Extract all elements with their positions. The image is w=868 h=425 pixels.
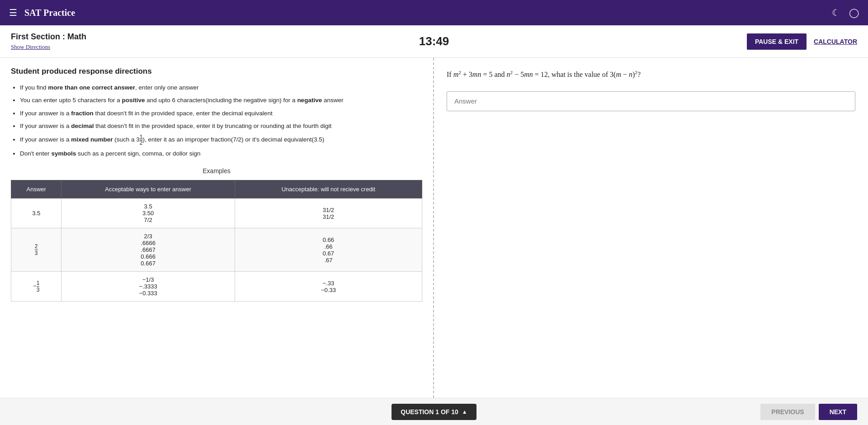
previous-button[interactable]: PREVIOUS: [760, 404, 815, 420]
answer-input-wrapper[interactable]: [447, 91, 855, 111]
table-header-unacceptable: Unacceptable: will not recieve credit: [235, 180, 422, 198]
table-row-3: − 1 3 −1/3−.3333−0.333 −.33−0.33: [11, 272, 422, 302]
direction-item-5: If your answer is a mixed number (such a…: [20, 134, 422, 146]
bold-decimal: decimal: [71, 123, 94, 129]
examples-table: Answer Acceptable ways to enter answer U…: [11, 180, 422, 302]
bold-positive: positive: [122, 97, 145, 104]
question-counter-label: QUESTION 1 OF 10: [401, 408, 458, 416]
menu-icon[interactable]: ☰: [9, 7, 17, 18]
header-right: PAUSE & EXIT CALCULATOR: [575, 33, 857, 50]
answer-cell-1: 3.5: [11, 198, 61, 228]
answer-cell-3: − 1 3: [11, 272, 61, 302]
bold-fraction: fraction: [71, 110, 94, 117]
table-row-1: 3.5 3.53.507/2 31/231/2: [11, 198, 422, 228]
unacceptable-cell-1: 31/231/2: [235, 198, 422, 228]
acceptable-cell-2: 2/3.6666.66670.6660.667: [61, 228, 235, 272]
bold-text: more than one correct answer: [48, 84, 135, 91]
answer-input[interactable]: [454, 97, 848, 105]
table-row-2: 2 3 2/3.6666.66670.6660.667 0.66.660.67.…: [11, 228, 422, 272]
app-title: SAT Practice: [24, 8, 832, 18]
directions-title: Student produced response directions: [11, 67, 422, 76]
unacceptable-cell-3: −.33−0.33: [235, 272, 422, 302]
acceptable-cell-1: 3.53.507/2: [61, 198, 235, 228]
main-content: Student produced response directions If …: [0, 58, 868, 398]
right-panel: If m2 + 3mn = 5 and n2 − 5mn = 12, what …: [434, 58, 868, 398]
examples-label: Examples: [11, 167, 422, 175]
table-header-acceptable: Acceptable ways to enter answer: [61, 180, 235, 198]
bold-mixed: mixed number: [71, 136, 113, 143]
question-text: If m2 + 3mn = 5 and n2 − 5mn = 12, what …: [447, 69, 855, 80]
unacceptable-cell-2: 0.66.660.67.67: [235, 228, 422, 272]
nav-buttons: PREVIOUS NEXT: [760, 404, 857, 420]
header-center: 13:49: [293, 34, 575, 48]
directions-list: If you find more than one correct answer…: [11, 83, 422, 158]
next-button[interactable]: NEXT: [819, 404, 857, 420]
direction-item-2: You can enter upto 5 characters for a po…: [20, 96, 422, 105]
section-title: First Section : Math: [11, 32, 293, 42]
answer-cell-2: 2 3: [11, 228, 61, 272]
calculator-button[interactable]: CALCULATOR: [814, 38, 857, 45]
direction-item-1: If you find more than one correct answer…: [20, 83, 422, 92]
direction-item-3: If your answer is a fraction that doesn'…: [20, 109, 422, 118]
show-directions-link[interactable]: Show Directions: [11, 43, 293, 51]
left-panel: Student produced response directions If …: [0, 58, 434, 398]
bold-negative: negative: [297, 97, 322, 104]
timer-display: 13:49: [293, 34, 575, 48]
user-profile-button[interactable]: ◯: [849, 7, 859, 18]
pause-exit-button[interactable]: PAUSE & EXIT: [747, 33, 807, 50]
table-header-answer: Answer: [11, 180, 61, 198]
acceptable-cell-3: −1/3−.3333−0.333: [61, 272, 235, 302]
header-row: First Section : Math Show Directions 13:…: [0, 25, 868, 58]
navbar: ☰ SAT Practice ☾ ◯: [0, 0, 868, 25]
direction-item-4: If your answer is a decimal that doesn't…: [20, 122, 422, 131]
chevron-up-icon: ▲: [462, 409, 467, 415]
bottom-bar: QUESTION 1 OF 10 ▲ PREVIOUS NEXT: [0, 398, 868, 425]
navbar-icons: ☾ ◯: [832, 7, 859, 18]
dark-mode-toggle[interactable]: ☾: [832, 7, 840, 18]
bold-symbols: symbols: [51, 150, 76, 157]
question-counter-button[interactable]: QUESTION 1 OF 10 ▲: [392, 404, 476, 420]
direction-item-6: Don't enter symbols such as a percent si…: [20, 149, 422, 158]
header-left: First Section : Math Show Directions: [11, 32, 293, 51]
